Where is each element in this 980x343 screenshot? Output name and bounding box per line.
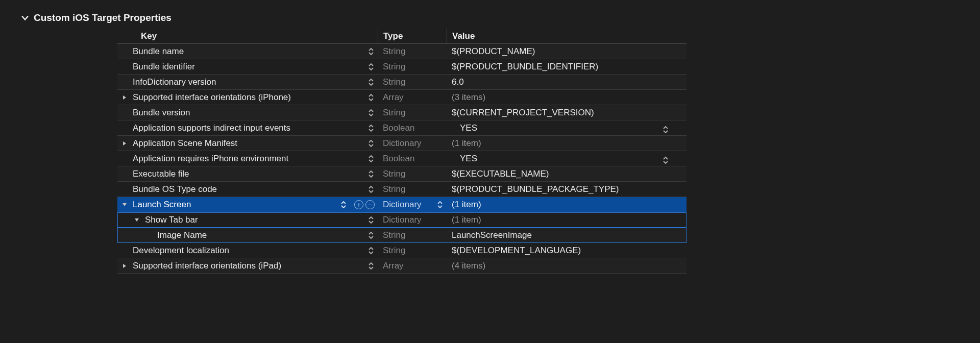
type-cell[interactable]: Array bbox=[378, 258, 447, 273]
stepper-icon[interactable] bbox=[368, 246, 375, 255]
key-cell[interactable]: Application supports indirect input even… bbox=[117, 120, 378, 135]
chevron-down-icon[interactable] bbox=[120, 202, 129, 207]
type-cell[interactable]: String bbox=[378, 59, 447, 74]
type-text: String bbox=[383, 62, 405, 72]
table-row[interactable]: Executable fileString$(EXECUTABLE_NAME) bbox=[117, 166, 687, 182]
value-text: (4 items) bbox=[452, 261, 687, 271]
value-text: YES bbox=[452, 154, 662, 164]
key-cell[interactable]: Bundle identifier bbox=[117, 59, 378, 74]
type-cell[interactable]: Array bbox=[378, 90, 447, 105]
value-cell[interactable]: (1 item) bbox=[447, 136, 687, 151]
key-text: Supported interface orientations (iPhone… bbox=[133, 92, 363, 103]
type-cell[interactable]: Boolean bbox=[378, 151, 447, 166]
stepper-icon[interactable] bbox=[436, 200, 444, 209]
chevron-right-icon[interactable] bbox=[120, 95, 129, 100]
stepper-icon[interactable] bbox=[340, 200, 347, 209]
type-cell[interactable]: String bbox=[378, 228, 447, 242]
type-cell[interactable]: String bbox=[378, 243, 447, 258]
table-row[interactable]: Supported interface orientations (iPad)A… bbox=[117, 258, 687, 274]
key-cell[interactable]: InfoDictionary version bbox=[117, 75, 378, 89]
table-row[interactable]: Application requires iPhone environmentB… bbox=[117, 151, 687, 166]
stepper-icon[interactable] bbox=[368, 78, 375, 87]
stepper-icon[interactable] bbox=[368, 154, 375, 163]
stepper-icon[interactable] bbox=[662, 156, 669, 165]
key-text: Executable file bbox=[133, 169, 363, 179]
type-text: String bbox=[383, 46, 405, 57]
value-cell[interactable]: (1 item) bbox=[447, 197, 687, 212]
stepper-icon[interactable] bbox=[368, 108, 375, 117]
stepper-icon[interactable] bbox=[368, 215, 375, 225]
key-cell[interactable]: Development localization bbox=[117, 243, 378, 258]
table-row[interactable]: Show Tab barDictionary(1 item) bbox=[117, 212, 687, 228]
type-text: Array bbox=[383, 92, 404, 103]
stepper-icon[interactable] bbox=[368, 169, 375, 179]
value-cell[interactable]: (3 items) bbox=[447, 90, 687, 105]
type-cell[interactable]: String bbox=[378, 44, 447, 59]
value-cell[interactable]: 6.0 bbox=[447, 75, 687, 89]
type-cell[interactable]: Dictionary bbox=[378, 136, 447, 151]
table-row[interactable]: Bundle OS Type codeString$(PRODUCT_BUNDL… bbox=[117, 182, 687, 197]
table-row[interactable]: Application Scene ManifestDictionary(1 i… bbox=[117, 136, 687, 151]
key-cell[interactable]: Executable file bbox=[117, 166, 378, 181]
type-cell[interactable]: String bbox=[378, 105, 447, 120]
stepper-icon[interactable] bbox=[368, 93, 375, 102]
header-key[interactable]: Key bbox=[117, 29, 378, 43]
type-text: String bbox=[383, 108, 405, 118]
stepper-icon[interactable] bbox=[368, 261, 375, 271]
value-cell[interactable]: LaunchScreenImage bbox=[447, 228, 687, 242]
table-row[interactable]: Application supports indirect input even… bbox=[117, 120, 687, 136]
value-cell[interactable]: $(PRODUCT_NAME) bbox=[447, 44, 687, 59]
stepper-icon[interactable] bbox=[368, 185, 375, 194]
key-cell[interactable]: Supported interface orientations (iPhone… bbox=[117, 90, 378, 105]
stepper-icon[interactable] bbox=[368, 139, 375, 148]
stepper-icon[interactable] bbox=[662, 125, 669, 134]
value-cell[interactable]: $(PRODUCT_BUNDLE_IDENTIFIER) bbox=[447, 59, 687, 74]
key-cell[interactable]: Application Scene Manifest bbox=[117, 136, 378, 151]
type-cell[interactable]: Boolean bbox=[378, 120, 447, 135]
key-cell[interactable]: Application requires iPhone environment bbox=[117, 151, 378, 166]
value-cell[interactable]: $(DEVELOPMENT_LANGUAGE) bbox=[447, 243, 687, 258]
chevron-down-icon[interactable] bbox=[133, 217, 141, 223]
key-cell[interactable]: Launch Screen+− bbox=[117, 197, 378, 212]
header-type[interactable]: Type bbox=[378, 29, 447, 43]
key-cell[interactable]: Image Name bbox=[117, 228, 378, 242]
value-cell[interactable]: YES bbox=[447, 120, 687, 135]
value-cell[interactable]: (4 items) bbox=[447, 258, 687, 273]
type-cell[interactable]: Dictionary bbox=[378, 212, 447, 227]
type-cell[interactable]: String bbox=[378, 166, 447, 181]
table-row[interactable]: Bundle identifierString$(PRODUCT_BUNDLE_… bbox=[117, 59, 687, 75]
table-row[interactable]: Supported interface orientations (iPhone… bbox=[117, 90, 687, 105]
type-cell[interactable]: String bbox=[378, 182, 447, 197]
key-cell[interactable]: Bundle OS Type code bbox=[117, 182, 378, 197]
table-row[interactable]: Bundle versionString$(CURRENT_PROJECT_VE… bbox=[117, 105, 687, 120]
stepper-icon[interactable] bbox=[368, 231, 375, 240]
add-button[interactable]: + bbox=[354, 200, 363, 209]
section-header[interactable]: Custom iOS Target Properties bbox=[0, 0, 980, 29]
key-cell[interactable]: Supported interface orientations (iPad) bbox=[117, 258, 378, 273]
table-row[interactable]: InfoDictionary versionString6.0 bbox=[117, 75, 687, 90]
remove-button[interactable]: − bbox=[365, 200, 375, 209]
key-text: Supported interface orientations (iPad) bbox=[133, 261, 363, 271]
chevron-right-icon[interactable] bbox=[120, 141, 129, 146]
key-cell[interactable]: Bundle version bbox=[117, 105, 378, 120]
value-text: (1 item) bbox=[452, 200, 687, 210]
table-row[interactable]: Bundle nameString$(PRODUCT_NAME) bbox=[117, 44, 687, 59]
type-cell[interactable]: Dictionary bbox=[378, 197, 447, 212]
chevron-right-icon[interactable] bbox=[120, 263, 129, 268]
value-cell[interactable]: YES bbox=[447, 151, 687, 166]
stepper-icon[interactable] bbox=[368, 124, 375, 133]
header-value[interactable]: Value bbox=[447, 29, 687, 43]
value-cell[interactable]: $(CURRENT_PROJECT_VERSION) bbox=[447, 105, 687, 120]
table-row[interactable]: Image NameStringLaunchScreenImage bbox=[117, 228, 687, 243]
key-cell[interactable]: Show Tab bar bbox=[117, 212, 378, 227]
value-cell[interactable]: $(EXECUTABLE_NAME) bbox=[447, 166, 687, 181]
value-cell[interactable]: (1 item) bbox=[447, 212, 687, 227]
type-cell[interactable]: String bbox=[378, 75, 447, 89]
type-text: Dictionary bbox=[383, 138, 422, 149]
table-row[interactable]: Launch Screen+−Dictionary(1 item) bbox=[117, 197, 687, 212]
key-cell[interactable]: Bundle name bbox=[117, 44, 378, 59]
stepper-icon[interactable] bbox=[368, 62, 375, 71]
table-row[interactable]: Development localizationString$(DEVELOPM… bbox=[117, 243, 687, 258]
stepper-icon[interactable] bbox=[368, 47, 375, 56]
value-cell[interactable]: $(PRODUCT_BUNDLE_PACKAGE_TYPE) bbox=[447, 182, 687, 197]
